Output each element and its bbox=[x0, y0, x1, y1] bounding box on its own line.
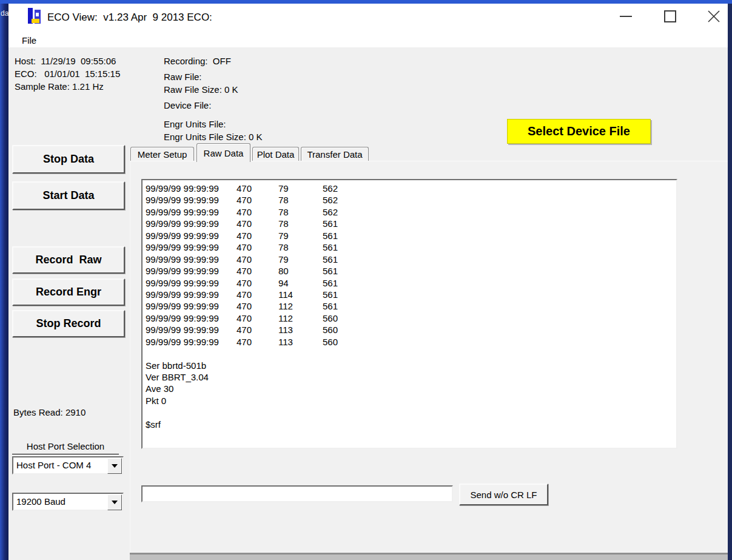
raw-data-row: 99/99/99 99:99:9947078562 bbox=[146, 194, 676, 206]
host-port-combobox[interactable]: Host Port - COM 4 bbox=[12, 456, 124, 474]
engr-units-file-size-label: Engr Units File Size: 0 K bbox=[164, 132, 263, 142]
raw-file-label: Raw File: bbox=[164, 72, 202, 82]
select-device-file-button[interactable]: Select Device File bbox=[507, 119, 651, 144]
menu-item-file[interactable]: File bbox=[22, 33, 42, 50]
raw-data-row: 99/99/99 99:99:99470113560 bbox=[146, 336, 676, 348]
eco-time-label: ECO: 01/01/01 15:15:15 bbox=[15, 69, 120, 79]
raw-data-row: 99/99/99 99:99:99470112561 bbox=[146, 300, 676, 312]
sample-rate-label: Sample Rate: 1.21 Hz bbox=[15, 81, 104, 92]
chevron-down-icon bbox=[112, 464, 118, 468]
device-version-line: Ver BBRT_3.04 bbox=[146, 371, 676, 383]
background-window-text-fragment: da bbox=[1, 9, 8, 18]
baud-rate-combobox[interactable]: 19200 Baud bbox=[12, 493, 124, 511]
tab-plot-data[interactable]: Plot Data bbox=[252, 147, 299, 161]
raw-data-row: 99/99/99 99:99:99470112560 bbox=[146, 312, 676, 324]
raw-data-row: 99/99/99 99:99:9947080561 bbox=[146, 265, 676, 277]
command-input-wrapper bbox=[141, 485, 453, 502]
engr-units-file-label: Engr Units File: bbox=[164, 119, 226, 129]
app-icon bbox=[27, 7, 42, 24]
device-ave-line: Ave 30 bbox=[146, 383, 676, 394]
raw-data-textarea[interactable]: 99/99/99 99:99:9947079562 99/99/99 99:99… bbox=[141, 179, 677, 449]
tab-meter-setup[interactable]: Meter Setup bbox=[130, 147, 194, 161]
raw-data-row: 99/99/99 99:99:9947094561 bbox=[146, 277, 676, 289]
host-port-dropdown-button[interactable] bbox=[107, 458, 122, 474]
close-button[interactable] bbox=[700, 4, 728, 29]
command-echo-line: $srf bbox=[146, 419, 676, 430]
start-data-button[interactable]: Start Data bbox=[12, 181, 125, 210]
host-port-selection-label: Host Port Selection bbox=[12, 441, 119, 454]
raw-data-row: 99/99/99 99:99:9947079561 bbox=[146, 254, 676, 265]
raw-data-blank-line bbox=[146, 407, 676, 418]
maximize-button[interactable] bbox=[656, 4, 684, 29]
minimize-button[interactable] bbox=[612, 4, 640, 29]
device-file-label: Device File: bbox=[164, 100, 211, 110]
raw-data-row: 99/99/99 99:99:99470114561 bbox=[146, 289, 676, 300]
raw-file-size-label: Raw File Size: 0 K bbox=[164, 84, 238, 95]
minimize-icon bbox=[620, 16, 632, 17]
raw-data-row: 99/99/99 99:99:9947078561 bbox=[146, 218, 676, 229]
title-bar: ECO View: v1.23 Apr 9 2013 ECO: File bbox=[8, 4, 728, 47]
host-port-value: Host Port - COM 4 bbox=[16, 460, 91, 470]
window-top-border bbox=[0, 0, 732, 4]
send-without-crlf-button[interactable]: Send w/o CR LF bbox=[459, 484, 548, 505]
record-engr-button[interactable]: Record Engr bbox=[12, 278, 125, 306]
recording-status-label: Recording: OFF bbox=[164, 56, 231, 66]
chevron-down-icon bbox=[112, 501, 118, 504]
device-pkt-line: Pkt 0 bbox=[146, 395, 676, 407]
stop-record-button[interactable]: Stop Record bbox=[12, 310, 125, 337]
background-window-right-edge bbox=[728, 4, 732, 560]
baud-rate-dropdown-button[interactable] bbox=[107, 494, 122, 510]
baud-rate-value: 19200 Baud bbox=[16, 496, 65, 507]
host-time-label: Host: 11/29/19 09:55:06 bbox=[15, 56, 116, 66]
maximize-icon bbox=[664, 10, 676, 22]
command-input[interactable] bbox=[144, 488, 452, 500]
raw-data-row: 99/99/99 99:99:9947079562 bbox=[146, 183, 676, 194]
tab-raw-data[interactable]: Raw Data bbox=[196, 143, 250, 162]
stop-data-button[interactable]: Stop Data bbox=[12, 145, 125, 174]
eco-view-app: da ECO View: v1.23 Apr 9 2013 ECO: File … bbox=[0, 0, 732, 560]
raw-data-row: 99/99/99 99:99:9947078561 bbox=[146, 241, 676, 253]
raw-data-row: 99/99/99 99:99:99470113560 bbox=[146, 324, 676, 336]
window-title: ECO View: v1.23 Apr 9 2013 ECO: bbox=[47, 12, 212, 24]
raw-data-row: 99/99/99 99:99:9947078562 bbox=[146, 206, 676, 218]
raw-data-blank-line bbox=[146, 348, 676, 359]
raw-data-row: 99/99/99 99:99:9947079561 bbox=[146, 230, 676, 241]
close-icon bbox=[708, 10, 720, 22]
bytes-read-label: Bytes Read: 2910 bbox=[13, 407, 86, 417]
background-window-left-edge: da bbox=[0, 0, 8, 560]
record-raw-button[interactable]: Record Raw bbox=[12, 246, 125, 274]
device-serial-line: Ser bbrtd-501b bbox=[146, 360, 676, 371]
tab-transfer-data[interactable]: Transfer Data bbox=[301, 147, 369, 161]
window-bottom-strip bbox=[130, 555, 732, 560]
